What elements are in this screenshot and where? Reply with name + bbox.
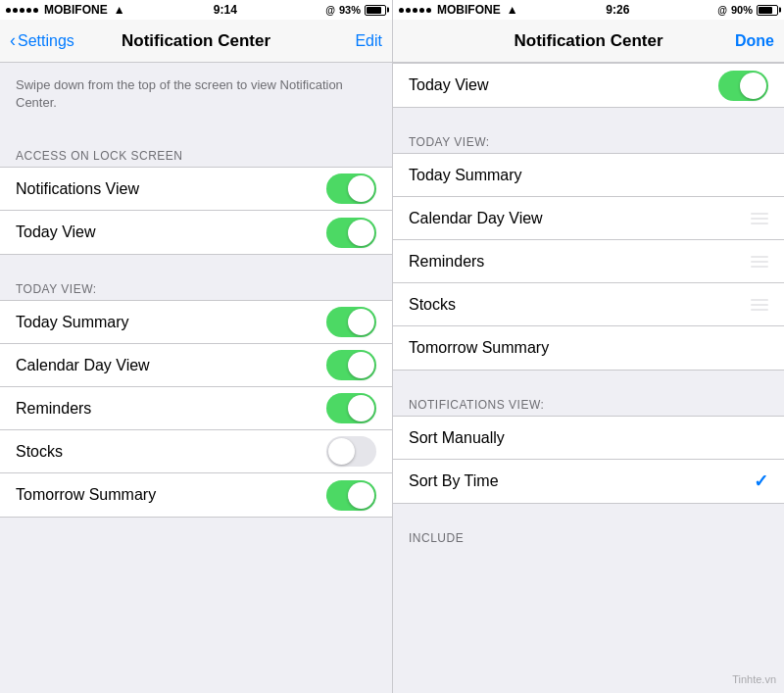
left-today-summary-knob xyxy=(348,309,374,335)
right-battery xyxy=(757,5,778,16)
left-today-summary-label: Today Summary xyxy=(16,314,129,331)
rline2 xyxy=(751,261,768,263)
rdot5 xyxy=(426,8,431,13)
left-notifications-view-row: Notifications View xyxy=(0,168,392,211)
dot2 xyxy=(13,8,18,13)
right-battery-pct: 90% xyxy=(731,4,753,16)
dot3 xyxy=(20,8,24,13)
dot5 xyxy=(33,8,38,13)
right-reminders-row: Reminders xyxy=(393,240,784,283)
left-description: Swipe down from the top of the screen to… xyxy=(0,63,392,122)
left-reminders-toggle[interactable] xyxy=(326,393,376,423)
right-today-summary-label: Today Summary xyxy=(409,167,522,184)
left-at-sign: @ xyxy=(325,5,335,16)
left-section-header-today: TODAY VIEW: xyxy=(0,274,392,300)
left-today-view-lock-row: Today View xyxy=(0,211,392,254)
right-right-status: @ 90% xyxy=(717,4,778,16)
right-nav-bar: Notification Center Done xyxy=(393,20,784,63)
right-today-summary-row: Today Summary xyxy=(393,154,784,197)
right-battery-fill xyxy=(759,7,772,14)
sline1 xyxy=(751,299,768,301)
left-stocks-toggle[interactable] xyxy=(326,436,376,467)
left-calendar-day-label: Calendar Day View xyxy=(16,357,150,374)
left-tomorrow-summary-row: Tomorrow Summary xyxy=(0,473,392,517)
line2 xyxy=(751,218,768,220)
reorder-stocks-icon[interactable] xyxy=(751,299,768,311)
back-chevron-icon: ‹ xyxy=(10,30,16,51)
right-carrier-name: MOBIFONE xyxy=(437,3,501,17)
rdot4 xyxy=(419,8,424,13)
right-sort-manually-row[interactable]: Sort Manually xyxy=(393,417,784,460)
right-stocks-label: Stocks xyxy=(409,296,456,314)
right-signal xyxy=(399,8,431,13)
right-notif-section: Sort Manually Sort By Time ✓ xyxy=(393,416,784,504)
left-edit-button[interactable]: Edit xyxy=(355,32,382,50)
rdot3 xyxy=(413,8,417,13)
spacer1 xyxy=(0,122,392,141)
right-today-view-row: Today View xyxy=(393,64,784,107)
rdot1 xyxy=(399,8,404,13)
dot1 xyxy=(6,8,11,13)
left-right-status: @ 93% xyxy=(325,4,386,16)
left-today-view-lock-toggle[interactable] xyxy=(326,218,376,248)
right-panel: MOBIFONE ▲ 9:26 @ 90% Notification Cente… xyxy=(392,0,784,693)
right-status-bar: MOBIFONE ▲ 9:26 @ 90% xyxy=(393,0,784,20)
left-reminders-row: Reminders xyxy=(0,387,392,430)
right-spacer1 xyxy=(393,108,784,127)
left-notifications-view-toggle[interactable] xyxy=(326,173,376,204)
left-panel: MOBIFONE ▲ 9:14 @ 93% ‹ Settings Notific… xyxy=(0,0,392,693)
left-calendar-day-knob xyxy=(348,352,374,378)
sline2 xyxy=(751,304,768,306)
left-today-summary-toggle[interactable] xyxy=(326,307,376,337)
right-sort-manually-label: Sort Manually xyxy=(409,429,505,447)
right-sort-by-time-label: Sort By Time xyxy=(409,472,499,490)
right-section-header-notif: NOTIFICATIONS VIEW: xyxy=(393,390,784,416)
right-at-sign: @ xyxy=(717,5,727,16)
reorder-calendar-icon[interactable] xyxy=(751,213,768,224)
left-carrier-name: MOBIFONE xyxy=(44,3,108,17)
right-time: 9:26 xyxy=(606,3,629,17)
line1 xyxy=(751,213,768,215)
left-today-summary-row: Today Summary xyxy=(0,301,392,344)
reorder-reminders-icon[interactable] xyxy=(751,256,768,268)
left-battery-fill xyxy=(367,7,381,14)
left-back-label[interactable]: Settings xyxy=(18,32,74,50)
left-nav-bar: ‹ Settings Notification Center Edit xyxy=(0,20,392,63)
left-tomorrow-summary-toggle[interactable] xyxy=(326,480,376,511)
right-today-view-toggle[interactable] xyxy=(718,71,768,101)
right-stocks-row: Stocks xyxy=(393,283,784,326)
rdot2 xyxy=(406,8,411,13)
left-wifi-icon: ▲ xyxy=(114,3,125,17)
right-top-section: Today View xyxy=(393,63,784,108)
left-calendar-day-toggle[interactable] xyxy=(326,350,376,380)
right-sort-by-time-row[interactable]: Sort By Time ✓ xyxy=(393,460,784,503)
right-today-view-label: Today View xyxy=(409,76,489,94)
left-status-bar: MOBIFONE ▲ 9:14 @ 93% xyxy=(0,0,392,20)
right-tomorrow-summary-row: Tomorrow Summary xyxy=(393,326,784,370)
right-spacer3 xyxy=(393,504,784,523)
dot4 xyxy=(26,8,31,13)
right-today-section: Today Summary Calendar Day View Reminder… xyxy=(393,153,784,371)
left-back-button[interactable]: ‹ Settings xyxy=(10,30,74,51)
left-tomorrow-summary-label: Tomorrow Summary xyxy=(16,486,156,504)
left-battery xyxy=(365,5,386,16)
left-signal xyxy=(6,8,38,13)
left-time: 9:14 xyxy=(214,3,237,17)
left-today-view-section: Today Summary Calendar Day View Reminder… xyxy=(0,300,392,518)
right-section-header-include: INCLUDE xyxy=(393,523,784,549)
right-tomorrow-summary-label: Tomorrow Summary xyxy=(409,339,549,357)
right-done-button[interactable]: Done xyxy=(735,32,774,50)
left-today-view-lock-knob xyxy=(348,220,374,246)
line3 xyxy=(751,223,768,224)
left-tomorrow-summary-knob xyxy=(348,482,374,509)
spacer2 xyxy=(0,255,392,274)
right-section-header-today: TODAY VIEW: xyxy=(393,127,784,153)
left-today-view-lock-label: Today View xyxy=(16,223,96,241)
right-spacer2 xyxy=(393,371,784,390)
watermark: Tinhte.vn xyxy=(732,673,776,685)
right-content: Today View TODAY VIEW: Today Summary Cal… xyxy=(393,63,784,693)
spacer3 xyxy=(0,518,392,537)
left-reminders-label: Reminders xyxy=(16,400,91,418)
right-calendar-day-label: Calendar Day View xyxy=(409,210,543,227)
left-battery-pct: 93% xyxy=(339,4,361,16)
